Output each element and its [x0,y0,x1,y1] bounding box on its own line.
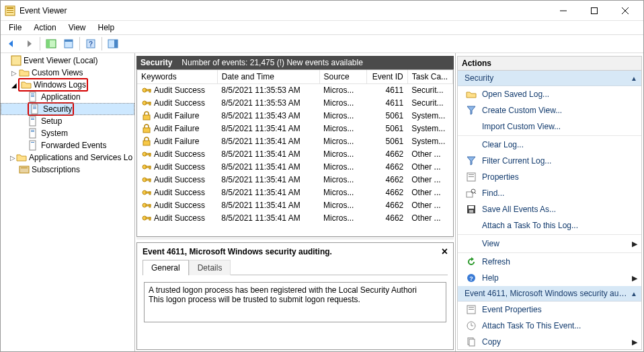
actions-section-event[interactable]: Event 4611, Microsoft Windows security a… [458,286,641,302]
svg-rect-5 [592,7,598,13]
help-toolbar-button[interactable]: ? [83,36,99,51]
tree-application[interactable]: Application [1,91,134,103]
action-create-custom-view[interactable]: Create Custom View... [458,102,641,118]
svg-rect-64 [469,176,474,177]
tree-label: Windows Logs [34,80,86,90]
detail-line2: This logon process will be trusted to su… [149,295,442,304]
collapse-icon[interactable]: ◢ [10,81,18,89]
properties-icon [466,304,477,315]
refresh-icon [466,256,477,267]
col-eventid[interactable]: Event ID [367,70,408,84]
tree-custom-views[interactable]: ▷ Custom Views [1,67,134,79]
cell-keywords: Audit Success [154,201,205,210]
table-row[interactable]: Audit Failure8/5/2021 11:35:41 AMMicros.… [137,135,453,148]
close-button[interactable] [610,1,641,21]
forward-button[interactable] [21,36,37,51]
blank-icon [466,121,477,132]
tree-windows-logs[interactable]: ◢ Windows Logs [1,79,134,91]
table-row[interactable]: Audit Success8/5/2021 11:35:41 AMMicros.… [137,212,453,225]
action-open-saved-log[interactable]: Open Saved Log... [458,86,641,102]
actions-section-security[interactable]: Security ▲ [458,71,641,86]
action-label: Attach a Task To this Log... [482,221,578,230]
action-properties[interactable]: Properties [458,169,641,185]
detail-close-button[interactable]: × [442,248,448,255]
menu-view[interactable]: View [63,22,91,34]
svg-rect-22 [33,106,36,106]
tree-setup[interactable]: Setup [1,115,134,127]
tab-details[interactable]: Details [189,260,231,275]
svg-rect-70 [469,210,473,213]
properties-toolbar-button[interactable] [61,36,77,51]
maximize-button[interactable] [579,1,610,21]
key-icon [141,85,152,96]
minimize-button[interactable] [548,1,579,21]
expand-icon[interactable]: ▷ [10,69,18,77]
action-view[interactable]: View▶ [458,236,641,252]
svg-rect-11 [65,40,73,42]
table-row[interactable]: Audit Failure8/5/2021 11:35:41 AMMicros.… [137,122,453,135]
svg-rect-20 [31,96,34,97]
table-row[interactable]: Audit Success8/5/2021 11:35:41 AMMicros.… [137,148,453,161]
horizontal-splitter[interactable] [136,237,454,240]
tree-forwarded[interactable]: Forwarded Events [1,139,134,151]
cell-datetime: 8/5/2021 11:35:41 AM [217,186,319,199]
svg-rect-1 [7,7,13,9]
show-hide-tree-button[interactable] [43,36,59,51]
menu-action[interactable]: Action [28,22,61,34]
action-clear-log[interactable]: Clear Log... [458,137,641,153]
tree-root[interactable]: Event Viewer (Local) [1,55,134,67]
detail-text[interactable]: A trusted logon process has been registe… [144,282,446,322]
svg-rect-63 [469,174,474,175]
copy-icon [466,337,477,347]
action-refresh[interactable]: Refresh [458,254,641,270]
action-import-custom-view[interactable]: Import Custom View... [458,118,641,135]
menu-help[interactable]: Help [93,22,120,34]
action-find[interactable]: Find... [458,185,641,201]
table-row[interactable]: Audit Success8/5/2021 11:35:41 AMMicros.… [137,161,453,174]
menu-file[interactable]: File [3,22,27,34]
cell-keywords: Audit Success [154,213,205,223]
expand-icon[interactable]: ▷ [10,154,15,162]
back-button[interactable] [3,36,19,51]
action-event-attach-task[interactable]: Attach Task To This Event... [458,318,641,334]
action-attach-task[interactable]: Attach a Task To this Log... [458,217,641,234]
col-source[interactable]: Source [319,70,366,84]
table-row[interactable]: Audit Success8/5/2021 11:35:41 AMMicros.… [137,199,453,212]
tree-label: Subscriptions [32,165,80,174]
detail-scrollbar[interactable] [144,333,446,344]
action-label: Save All Events As... [482,205,556,214]
cell-keywords: Audit Failure [154,111,199,120]
key-icon [141,149,152,160]
action-help[interactable]: ?Help▶ [458,270,641,286]
col-datetime[interactable]: Date and Time [217,70,319,84]
tree-security[interactable]: Security [1,103,134,115]
lock-icon [141,136,152,147]
show-hide-action-pane-button[interactable] [105,36,121,51]
col-keywords[interactable]: Keywords [137,70,217,84]
tree-apps-services[interactable]: ▷ Applications and Services Lo [1,151,134,164]
tree-system[interactable]: System [1,127,134,139]
tree-subscriptions[interactable]: Subscriptions [1,164,134,176]
action-save-all[interactable]: Save All Events As... [458,201,641,217]
subscription-icon [19,164,30,175]
cell-source: Micros... [319,110,366,122]
cell-keywords: Audit Failure [154,124,199,133]
submenu-arrow-icon: ▶ [632,338,637,347]
event-grid[interactable]: Keywords Date and Time Source Event ID T… [136,69,454,237]
col-taskcat[interactable]: Task Ca... [407,70,452,84]
tree-root-label: Event Viewer (Local) [24,56,98,65]
action-filter-log[interactable]: Filter Current Log... [458,153,641,169]
table-row[interactable]: Audit Success8/5/2021 11:35:53 AMMicros.… [137,97,453,110]
cell-source: Micros... [319,148,366,161]
table-row[interactable]: Audit Success8/5/2021 11:35:41 AMMicros.… [137,174,453,186]
svg-rect-74 [469,307,474,308]
table-row[interactable]: Audit Success8/5/2021 11:35:41 AMMicros.… [137,186,453,199]
svg-rect-37 [149,90,151,92]
tab-general[interactable]: General [143,260,189,275]
lock-icon [141,110,152,121]
action-event-properties[interactable]: Event Properties [458,302,641,318]
action-event-copy[interactable]: Copy▶ [458,334,641,350]
table-row[interactable]: Audit Success8/5/2021 11:35:53 AMMicros.… [137,84,453,97]
cell-source: Micros... [319,212,366,225]
table-row[interactable]: Audit Failure8/5/2021 11:35:43 AMMicros.… [137,110,453,122]
